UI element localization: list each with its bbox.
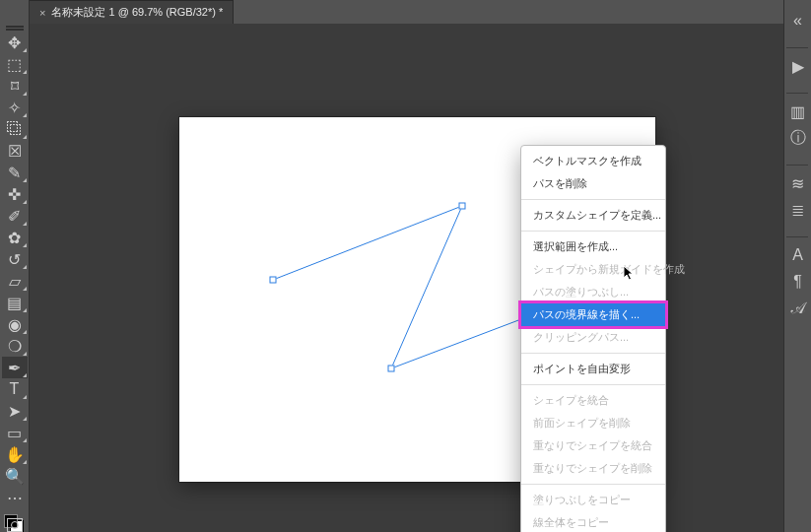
toolbar-grip-icon[interactable] <box>2 26 28 28</box>
menu-item-unite-shapes: シェイプを統合 <box>521 389 665 412</box>
play-icon[interactable]: ▶ <box>786 54 810 78</box>
menu-item-create-vector-mask[interactable]: ベクトルマスクを作成 <box>521 150 665 172</box>
submenu-indicator-icon <box>23 395 27 399</box>
submenu-indicator-icon <box>23 243 27 247</box>
histogram-icon[interactable]: ▥ <box>786 100 810 123</box>
svg-point-1 <box>11 522 18 529</box>
info-icon[interactable]: ⓘ <box>786 126 810 150</box>
move-tool[interactable]: ✥ <box>2 32 28 53</box>
menu-separator <box>521 353 665 354</box>
frame-tool[interactable]: ☒ <box>2 140 28 162</box>
svg-rect-0 <box>7 519 22 532</box>
submenu-indicator-icon <box>23 178 27 182</box>
character-icon[interactable]: A <box>786 243 810 267</box>
menu-separator <box>521 199 665 200</box>
cursor-icon <box>623 265 635 281</box>
menu-item-delete-path[interactable]: パスを削除 <box>521 172 665 195</box>
submenu-indicator-icon <box>23 373 27 377</box>
gradient-tool[interactable]: ▤ <box>2 292 28 313</box>
pen-tool[interactable]: ✒ <box>2 357 28 378</box>
paragraph-icon[interactable]: ¶ <box>786 270 810 294</box>
glyphs-icon[interactable]: 𝒜 <box>786 297 810 320</box>
panel-separator <box>786 84 808 94</box>
workarea <box>30 24 783 532</box>
hand-tool[interactable]: ✋ <box>2 443 28 465</box>
blur-tool[interactable]: ◉ <box>2 313 28 335</box>
menu-item-exclude-shapes: 重なりでシェイプを削除 <box>521 457 665 480</box>
submenu-indicator-icon <box>23 438 27 442</box>
menu-item-fill-path: パスの塗りつぶし... <box>521 281 665 303</box>
submenu-indicator-icon <box>23 460 27 464</box>
menu-separator <box>521 484 665 485</box>
submenu-indicator-icon <box>23 308 27 312</box>
menu-item-copy-fill: 塗りつぶしをコピー <box>521 489 665 511</box>
panel-separator <box>786 38 808 48</box>
submenu-indicator-icon <box>23 135 27 139</box>
submenu-indicator-icon <box>23 222 27 226</box>
spot-healing-tool[interactable]: ✜ <box>2 183 28 205</box>
document-tab-bar: × 名称未設定 1 @ 69.7% (RGB/32*) * <box>30 0 783 24</box>
right-panel-rail: «▶▥ⓘ≋≣A¶𝒜 <box>783 0 811 532</box>
menu-item-subtract-front-shape: 前面シェイプを削除 <box>521 412 665 434</box>
path-anchor-point[interactable] <box>459 203 466 210</box>
adjustments-icon[interactable]: ≋ <box>786 171 810 195</box>
path-context-menu[interactable]: ベクトルマスクを作成パスを削除カスタムシェイプを定義...選択範囲を作成...シ… <box>520 145 666 532</box>
submenu-indicator-icon <box>23 330 27 334</box>
rectangular-marquee-tool[interactable]: ⬚ <box>2 53 28 75</box>
submenu-indicator-icon <box>23 417 27 421</box>
type-tool[interactable]: T <box>2 378 28 400</box>
menu-item-copy-stroke: 線全体をコピー <box>521 511 665 532</box>
rectangle-tool[interactable]: ▭ <box>2 422 28 443</box>
submenu-indicator-icon <box>23 287 27 291</box>
path-anchor-point[interactable] <box>270 277 277 284</box>
menu-item-make-selection[interactable]: 選択範囲を作成... <box>521 235 665 258</box>
clone-stamp-tool[interactable]: ✿ <box>2 227 28 248</box>
magic-wand-tool[interactable]: ✧ <box>2 97 28 118</box>
submenu-indicator-icon <box>23 265 27 269</box>
zoom-tool[interactable]: 🔍 <box>2 465 28 487</box>
left-toolbar: ✥⬚⌑✧⿻☒✎✜✐✿↺▱▤◉❍✒T➤▭✋🔍⋯ <box>0 0 30 532</box>
document-title: 名称未設定 1 @ 69.7% (RGB/32*) * <box>51 5 223 20</box>
submenu-indicator-icon <box>23 92 27 96</box>
menu-item-stroke-path[interactable]: パスの境界線を描く... <box>521 303 665 326</box>
eyedropper-tool[interactable]: ✎ <box>2 162 28 183</box>
menu-item-define-custom-shape[interactable]: カスタムシェイプを定義... <box>521 204 665 227</box>
menu-item-intersect-shapes: 重なりでシェイプを統合 <box>521 434 665 457</box>
menu-separator <box>521 384 665 385</box>
app-frame: ✥⬚⌑✧⿻☒✎✜✐✿↺▱▤◉❍✒T➤▭✋🔍⋯ × 名称未設定 1 @ 69.7%… <box>0 0 811 532</box>
submenu-indicator-icon <box>23 48 27 52</box>
layers-icon[interactable]: ≣ <box>786 198 810 222</box>
collapse-icon[interactable]: « <box>786 9 810 33</box>
menu-separator <box>521 231 665 232</box>
lasso-tool[interactable]: ⌑ <box>2 75 28 97</box>
edit-toolbar[interactable]: ⋯ <box>2 487 28 508</box>
brush-tool[interactable]: ✐ <box>2 205 28 227</box>
path-selection-tool[interactable]: ➤ <box>2 400 28 422</box>
close-tab-icon[interactable]: × <box>39 7 45 19</box>
menu-item-clipping-path: クリッピングパス... <box>521 326 665 349</box>
quick-mask-toggle[interactable] <box>2 518 28 532</box>
eraser-tool[interactable]: ▱ <box>2 270 28 292</box>
path-anchor-point[interactable] <box>388 366 395 372</box>
panel-separator <box>786 156 808 166</box>
submenu-indicator-icon <box>23 113 27 117</box>
dodge-tool[interactable]: ❍ <box>2 335 28 357</box>
submenu-indicator-icon <box>23 200 27 204</box>
menu-item-free-transform-points[interactable]: ポイントを自由変形 <box>521 358 665 380</box>
document-tab[interactable]: × 名称未設定 1 @ 69.7% (RGB/32*) * <box>30 0 234 24</box>
history-brush-tool[interactable]: ↺ <box>2 248 28 270</box>
crop-tool[interactable]: ⿻ <box>2 118 28 140</box>
submenu-indicator-icon <box>23 352 27 356</box>
panel-separator <box>786 228 808 237</box>
submenu-indicator-icon <box>23 70 27 74</box>
menu-item-new-guide-from-shape: シェイプから新規ガイドを作成 <box>521 258 665 281</box>
